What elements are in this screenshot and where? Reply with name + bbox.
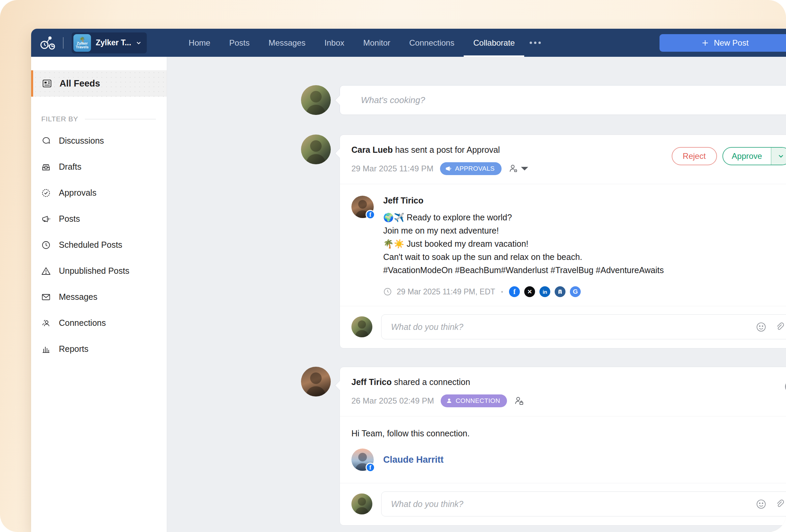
chevron-down-icon xyxy=(778,153,784,159)
post-line: 🌍✈️ Ready to explore the world? xyxy=(383,211,664,224)
chevron-down-icon xyxy=(136,40,141,46)
card-timestamp: 26 Mar 2025 02:49 PM xyxy=(351,396,434,406)
sidebar-item-posts[interactable]: Posts xyxy=(31,206,167,232)
warning-triangle-icon xyxy=(41,266,51,276)
x-twitter-icon: ✕ xyxy=(524,286,535,297)
nav-more-menu[interactable] xyxy=(530,42,541,44)
composer-bubble[interactable] xyxy=(340,85,786,115)
emoji-icon[interactable] xyxy=(756,321,767,333)
connection-badge: CONNECTION xyxy=(441,394,507,407)
clock-icon xyxy=(41,240,51,250)
post-line: 🌴☀️ Just booked my dream vacation! xyxy=(383,237,664,250)
comment-input-box[interactable] xyxy=(381,314,786,339)
screen: 🌴Zylker Travels Zylker T... Home Posts M… xyxy=(0,0,786,532)
nav-collaborate[interactable]: Collaborate xyxy=(464,29,524,57)
sidebar-item-approvals[interactable]: Approvals xyxy=(31,180,167,206)
assignee-selector[interactable] xyxy=(508,163,530,174)
nav-messages[interactable]: Messages xyxy=(259,29,315,57)
attachment-icon[interactable] xyxy=(774,499,785,510)
connection-avatar: f xyxy=(351,449,374,471)
author-name: Jeff Tirico xyxy=(351,377,392,387)
facebook-badge-icon: f xyxy=(366,210,375,219)
comment-input-box[interactable] xyxy=(381,491,786,516)
post-timestamp: 29 Mar 2025 11:49 PM, EDT xyxy=(397,287,495,296)
connection-name-link[interactable]: Claude Harritt xyxy=(383,455,444,465)
new-post-button[interactable]: New Post xyxy=(660,34,786,52)
approval-card: Cara Lueb has sent a post for Approval 2… xyxy=(340,135,786,348)
feed-icon xyxy=(42,78,52,89)
card-action: shared a connection xyxy=(394,377,470,387)
nav-connections[interactable]: Connections xyxy=(400,29,464,57)
comment-row xyxy=(340,483,786,525)
comment-row xyxy=(340,306,786,348)
feed-panel: Cara Lueb has sent a post for Approval 2… xyxy=(167,57,786,532)
sidebar-item-messages[interactable]: Messages xyxy=(31,284,167,310)
sidebar-item-drafts[interactable]: Drafts xyxy=(31,154,167,180)
reject-button[interactable]: Reject xyxy=(672,147,717,165)
person-globe-icon xyxy=(508,163,519,174)
sidebar-item-discussions[interactable]: Discussions xyxy=(31,128,167,154)
comment-input[interactable] xyxy=(390,499,756,509)
nav-posts[interactable]: Posts xyxy=(220,29,259,57)
composer-row xyxy=(301,85,786,115)
post-hashtags: #VacationModeOn #BeachBum#Wanderlust #Tr… xyxy=(383,264,664,277)
card-title: Jeff Tirico shared a connection xyxy=(351,377,525,387)
caret-down-icon xyxy=(519,163,530,174)
brand-logo-text: Zylker Travels xyxy=(73,42,91,49)
composer-input[interactable] xyxy=(360,95,781,106)
card-action: has sent a post for Approval xyxy=(395,145,500,154)
brand-logo: 🌴Zylker Travels xyxy=(73,34,91,52)
approve-button[interactable]: Approve xyxy=(722,147,786,165)
comment-input[interactable] xyxy=(390,322,756,332)
current-user-avatar xyxy=(301,85,331,115)
sidebar-item-all-feeds[interactable]: All Feeds xyxy=(31,70,167,97)
approvals-badge: APPROVALS xyxy=(440,162,501,175)
sidebar-item-connections[interactable]: Connections xyxy=(31,310,167,336)
feed-item-approval: Cara Lueb has sent a post for Approval 2… xyxy=(301,135,786,348)
posts-megaphone-icon xyxy=(41,214,51,224)
nav-home[interactable]: Home xyxy=(179,29,220,57)
attachment-icon[interactable] xyxy=(774,321,785,333)
megaphone-icon xyxy=(445,165,452,172)
emoji-icon[interactable] xyxy=(756,499,767,510)
approve-label: Approve xyxy=(723,148,771,165)
primary-nav: Home Posts Messages Inbox Monitor Connec… xyxy=(179,29,524,57)
connection-type-icon[interactable] xyxy=(514,395,525,406)
current-user-avatar xyxy=(351,493,372,514)
post-time-row: 29 Mar 2025 11:49 PM, EDT f ✕ in xyxy=(383,286,664,297)
google-business-icon xyxy=(555,286,565,297)
brand-name: Zylker T... xyxy=(96,38,131,47)
sidebar-item-unpublished-posts[interactable]: Unpublished Posts xyxy=(31,258,167,284)
bar-chart-icon xyxy=(41,344,51,354)
approve-options-caret[interactable] xyxy=(771,148,786,165)
facebook-icon: f xyxy=(509,286,520,297)
sidebar: All Feeds FILTER BY Discussions Drafts A… xyxy=(31,57,167,532)
navbar-divider xyxy=(63,37,64,49)
app-window: 🌴Zylker Travels Zylker T... Home Posts M… xyxy=(31,29,786,532)
filter-by-heading: FILTER BY xyxy=(41,115,156,123)
linkedin-icon: in xyxy=(539,286,550,297)
person-icon xyxy=(446,397,453,404)
post-author-name: Jeff Tirico xyxy=(383,196,664,205)
brand-selector[interactable]: 🌴Zylker Travels Zylker T... xyxy=(72,32,147,53)
dot-separator xyxy=(501,291,503,293)
clock-icon xyxy=(383,287,392,296)
zoho-social-logo-icon[interactable] xyxy=(40,35,55,51)
connection-card: Jeff Tirico shared a connection 26 Mar 2… xyxy=(340,367,786,526)
sidebar-item-scheduled-posts[interactable]: Scheduled Posts xyxy=(31,232,167,258)
nav-inbox[interactable]: Inbox xyxy=(315,29,354,57)
feed-item-connection: Jeff Tirico shared a connection 26 Mar 2… xyxy=(301,367,786,526)
connection-message: Hi Team, follow this connection. xyxy=(340,416,786,438)
person-briefcase-icon xyxy=(514,395,525,406)
plus-icon xyxy=(701,39,709,47)
sidebar-item-reports[interactable]: Reports xyxy=(31,336,167,362)
post-line: Can't wait to soak up the sun and relax … xyxy=(383,250,664,264)
drafts-icon xyxy=(41,162,51,172)
current-user-avatar xyxy=(351,316,372,337)
nav-monitor[interactable]: Monitor xyxy=(354,29,400,57)
card-timestamp: 29 Mar 2025 11:49 PM xyxy=(351,164,433,173)
author-name: Cara Lueb xyxy=(351,145,393,154)
card-header: Cara Lueb has sent a post for Approval 2… xyxy=(340,135,786,184)
new-post-label: New Post xyxy=(714,38,749,48)
author-avatar-cara xyxy=(301,135,331,164)
